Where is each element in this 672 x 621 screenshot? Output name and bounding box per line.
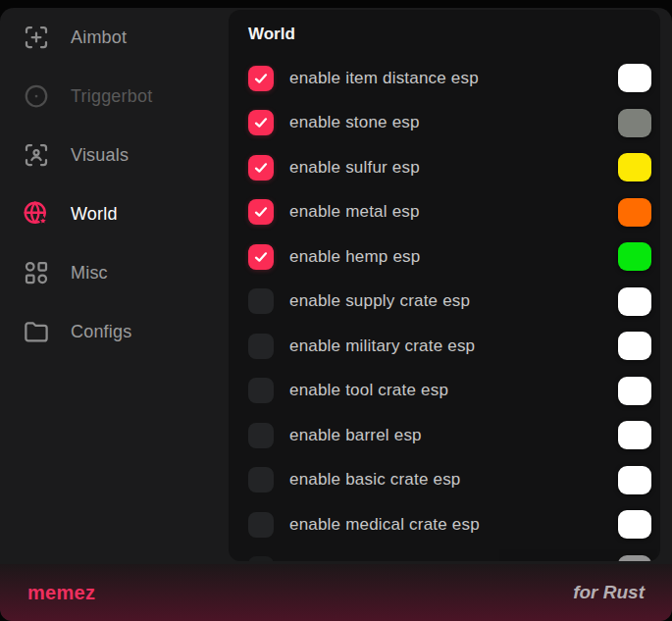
esp-color-swatch[interactable] <box>618 466 651 494</box>
check-icon <box>253 160 269 176</box>
esp-option-label: enable barrel esp <box>289 426 618 445</box>
esp-option-row: enable barrel esp <box>248 413 651 458</box>
esp-option-label: enable tool crate esp <box>289 381 618 400</box>
esp-option-label: enable basic crate esp <box>289 470 618 490</box>
sidebar-item-label: Aimbot <box>71 27 127 48</box>
sidebar-item-label: World <box>71 204 118 225</box>
esp-option-label: enable metal esp <box>289 202 618 222</box>
esp-option-row: enable supply crate esp <box>248 280 651 325</box>
world-panel: World enable item distance esp <box>229 10 660 561</box>
trigger-circle-icon <box>22 81 51 111</box>
brand-tagline: for Rust <box>573 582 645 603</box>
esp-checkbox[interactable] <box>248 244 274 270</box>
cheat-menu-window: Aimbot Triggerbot Visuals <box>0 8 672 621</box>
check-icon <box>253 249 269 265</box>
brand-name: memez <box>27 582 95 604</box>
esp-checkbox[interactable] <box>248 155 274 181</box>
sidebar-item-triggerbot[interactable]: Triggerbot <box>0 67 229 126</box>
esp-color-swatch[interactable] <box>618 109 651 137</box>
esp-option-row: enable metal esp <box>248 190 651 235</box>
esp-option-row: enable hemp esp <box>248 234 651 280</box>
globe-star-icon <box>22 199 51 229</box>
esp-color-swatch[interactable] <box>618 242 651 271</box>
esp-color-swatch[interactable] <box>618 555 651 561</box>
esp-option-label: enable military crate esp <box>289 336 618 356</box>
esp-color-swatch[interactable] <box>618 287 651 316</box>
esp-checkbox[interactable] <box>248 288 274 314</box>
esp-checkbox[interactable] <box>248 66 274 91</box>
person-scan-icon <box>22 140 51 170</box>
esp-option-label: enable medical crate esp <box>289 515 618 535</box>
esp-color-swatch[interactable] <box>618 332 651 360</box>
sidebar-item-configs[interactable]: Configs <box>0 302 229 361</box>
esp-option-label: enable supply crate esp <box>289 291 618 311</box>
esp-checkbox[interactable] <box>248 467 274 492</box>
esp-color-swatch[interactable] <box>618 153 651 181</box>
esp-color-swatch[interactable] <box>618 421 651 449</box>
esp-color-swatch[interactable] <box>618 198 651 227</box>
esp-option-row <box>248 547 651 562</box>
sidebar-item-label: Configs <box>71 322 131 342</box>
sidebar-item-label: Triggerbot <box>71 86 152 107</box>
esp-checkbox[interactable] <box>248 110 274 135</box>
esp-option-list: enable item distance esp enable stone es… <box>248 56 651 561</box>
folder-icon <box>22 317 51 346</box>
esp-option-row: enable basic crate esp <box>248 458 651 503</box>
esp-option-label: enable item distance esp <box>289 69 618 88</box>
esp-option-label: enable stone esp <box>289 113 618 132</box>
esp-option-row: enable tool crate esp <box>248 369 651 414</box>
esp-option-row: enable medical crate esp <box>248 502 651 547</box>
check-icon <box>253 204 269 220</box>
sidebar-item-world[interactable]: World <box>0 184 229 243</box>
sidebar-item-label: Misc <box>71 263 108 284</box>
esp-option-row: enable item distance esp <box>248 56 651 101</box>
sidebar-item-visuals[interactable]: Visuals <box>0 126 229 184</box>
esp-color-swatch[interactable] <box>618 377 651 405</box>
sidebar: Aimbot Triggerbot Visuals <box>0 8 229 564</box>
check-icon <box>253 71 269 86</box>
esp-color-swatch[interactable] <box>618 510 651 539</box>
esp-checkbox[interactable] <box>248 556 274 561</box>
sidebar-item-aimbot[interactable]: Aimbot <box>0 8 229 67</box>
esp-checkbox[interactable] <box>248 334 274 359</box>
esp-option-row: enable sulfur esp <box>248 145 651 190</box>
esp-option-label: enable hemp esp <box>289 247 618 267</box>
esp-option-label: enable sulfur esp <box>289 158 618 178</box>
esp-option-row: enable stone esp <box>248 101 651 146</box>
esp-color-swatch[interactable] <box>618 64 651 92</box>
esp-checkbox[interactable] <box>248 512 274 538</box>
esp-checkbox[interactable] <box>248 423 274 448</box>
sidebar-item-label: Visuals <box>71 145 129 166</box>
sidebar-item-misc[interactable]: Misc <box>0 243 229 302</box>
check-icon <box>253 115 269 130</box>
shapes-grid-icon <box>22 258 51 287</box>
scan-plus-icon <box>22 23 51 52</box>
footer-bar: memez for Rust <box>0 564 672 621</box>
esp-checkbox[interactable] <box>248 199 274 225</box>
panel-title: World <box>248 23 651 46</box>
esp-option-row: enable military crate esp <box>248 324 651 369</box>
esp-checkbox[interactable] <box>248 378 274 403</box>
